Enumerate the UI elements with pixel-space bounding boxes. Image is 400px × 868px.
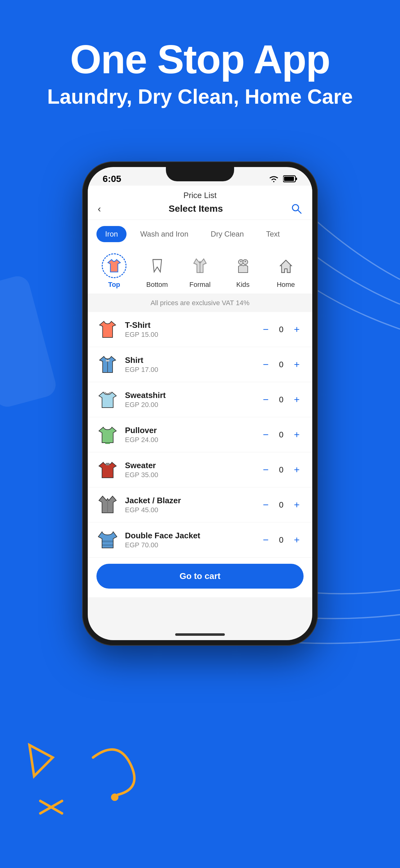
kids-icon	[234, 257, 252, 274]
status-icons	[268, 175, 297, 183]
home-indicator	[175, 633, 225, 636]
pullover-name: Pullover	[125, 426, 253, 435]
search-icon[interactable]	[291, 203, 302, 215]
jacket-info: Jacket / Blazer EGP 45.00	[125, 496, 253, 514]
bottom-icon-wrap	[145, 253, 170, 278]
pullover-counter: − 0 +	[259, 428, 304, 441]
sweatshirt-info: Sweatshirt EGP 20.00	[125, 391, 253, 409]
shirt-counter: − 0 +	[259, 358, 304, 371]
shirt-name: Shirt	[125, 355, 253, 365]
pullover-qty: 0	[277, 430, 285, 440]
hero-section: One Stop App Laundry, Dry Clean, Home Ca…	[0, 37, 400, 108]
category-top[interactable]: Top	[102, 253, 127, 289]
sweatshirt-counter: − 0 +	[259, 393, 304, 406]
tshirt-info: T-Shirt EGP 15.00	[125, 320, 253, 339]
svg-rect-20	[102, 540, 113, 542]
svg-rect-18	[106, 463, 109, 465]
wifi-icon	[268, 175, 279, 183]
double-jacket-plus[interactable]: +	[290, 533, 304, 547]
tab-wash-iron[interactable]: Wash and Iron	[131, 226, 197, 242]
double-jacket-price: EGP 70.00	[125, 541, 253, 549]
pullover-item-icon	[96, 424, 119, 446]
sweatshirt-item-icon	[96, 389, 119, 411]
sweater-item-icon	[96, 459, 119, 481]
phone-outer: 6:05 Pri	[82, 161, 318, 646]
filter-tabs: Iron Wash and Iron Dry Clean Text	[88, 220, 312, 247]
sweater-name: Sweater	[125, 461, 253, 470]
svg-line-2	[40, 801, 62, 813]
item-row-shirt: Shirt EGP 17.00 − 0 +	[88, 347, 312, 382]
screen-title: Price List	[98, 191, 302, 200]
double-jacket-minus[interactable]: −	[259, 533, 272, 547]
sweatshirt-plus[interactable]: +	[290, 393, 304, 406]
page-title: Select Items	[169, 203, 223, 214]
shirt-item-icon	[96, 353, 119, 376]
double-jacket-info: Double Face Jacket EGP 70.00	[125, 531, 253, 549]
category-top-label: Top	[108, 281, 120, 289]
phone-mockup: 6:05 Pri	[82, 161, 318, 646]
item-row-sweatshirt: Sweatshirt EGP 20.00 − 0 +	[88, 382, 312, 417]
jacket-name: Jacket / Blazer	[125, 496, 253, 505]
jacket-minus[interactable]: −	[259, 498, 272, 512]
svg-rect-17	[105, 443, 110, 444]
double-jacket-name: Double Face Jacket	[125, 531, 253, 540]
double-jacket-item-icon	[96, 529, 119, 551]
tshirt-price: EGP 15.00	[125, 331, 253, 339]
tab-text[interactable]: Text	[257, 226, 288, 242]
double-jacket-counter: − 0 +	[259, 533, 304, 547]
category-formal[interactable]: Formal	[188, 253, 212, 289]
back-button[interactable]: ‹	[98, 203, 101, 215]
sweater-counter: − 0 +	[259, 463, 304, 476]
shirt-plus[interactable]: +	[290, 358, 304, 371]
home-icon	[277, 257, 295, 274]
nav-bar: Price List ‹ Select Items	[88, 186, 312, 220]
status-time: 6:05	[103, 174, 121, 184]
sweatshirt-minus[interactable]: −	[259, 393, 272, 406]
phone-ghost	[0, 274, 58, 409]
jacket-plus[interactable]: +	[290, 498, 304, 512]
home-icon-wrap	[273, 253, 298, 278]
category-kids-label: Kids	[236, 281, 249, 289]
kids-icon-wrap	[230, 253, 255, 278]
item-row-pullover: Pullover EGP 24.00 − 0 +	[88, 417, 312, 452]
category-home-label: Home	[276, 281, 295, 289]
hero-subtitle: Laundry, Dry Clean, Home Care	[0, 85, 400, 108]
svg-rect-21	[102, 544, 113, 546]
category-home[interactable]: Home	[273, 253, 298, 289]
pullover-minus[interactable]: −	[259, 428, 272, 441]
item-list: T-Shirt EGP 15.00 − 0 +	[88, 312, 312, 558]
svg-rect-16	[106, 360, 109, 361]
sweater-minus[interactable]: −	[259, 463, 272, 476]
category-kids[interactable]: Kids	[230, 253, 255, 289]
battery-icon	[283, 175, 297, 183]
go-to-cart-button[interactable]: Go to cart	[96, 564, 304, 589]
sweater-info: Sweater EGP 35.00	[125, 461, 253, 479]
sweatshirt-name: Sweatshirt	[125, 391, 253, 400]
svg-rect-6	[284, 177, 294, 181]
category-bottom[interactable]: Bottom	[145, 253, 170, 289]
formal-icon-wrap	[188, 253, 212, 278]
sweater-plus[interactable]: +	[290, 463, 304, 476]
tshirt-minus[interactable]: −	[259, 322, 272, 336]
tshirt-plus[interactable]: +	[290, 322, 304, 336]
sweatshirt-qty: 0	[277, 395, 285, 404]
item-row-tshirt: T-Shirt EGP 15.00 − 0 +	[88, 312, 312, 347]
vat-notice: All prices are exclusive VAT 14%	[88, 294, 312, 312]
tshirt-item-icon	[96, 318, 119, 341]
svg-point-14	[245, 261, 246, 262]
svg-point-3	[111, 794, 119, 801]
jacket-counter: − 0 +	[259, 498, 304, 512]
pullover-plus[interactable]: +	[290, 428, 304, 441]
category-bottom-label: Bottom	[146, 281, 168, 289]
item-row-sweater: Sweater EGP 35.00 − 0 +	[88, 452, 312, 487]
category-row: Top Bottom	[88, 247, 312, 294]
shirt-minus[interactable]: −	[259, 358, 272, 371]
item-row-double-jacket: Double Face Jacket EGP 70.00 − 0 +	[88, 523, 312, 558]
sweater-qty: 0	[277, 465, 285, 475]
tab-iron[interactable]: Iron	[96, 226, 127, 242]
svg-point-13	[240, 261, 241, 262]
item-row-jacket: Jacket / Blazer EGP 45.00 − 0 +	[88, 487, 312, 523]
double-jacket-qty: 0	[277, 535, 285, 545]
tab-dry-clean[interactable]: Dry Clean	[202, 226, 253, 242]
phone-notch	[166, 167, 234, 181]
